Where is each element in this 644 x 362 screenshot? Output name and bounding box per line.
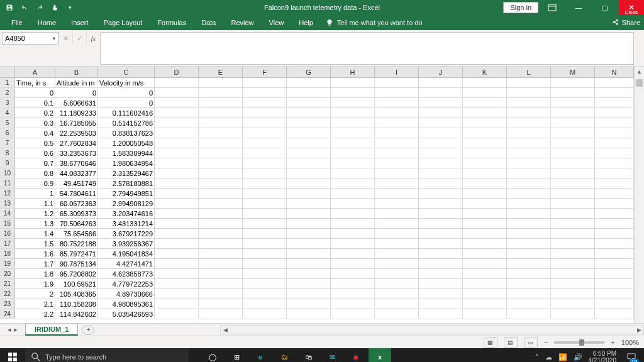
cell-C5[interactable]: 0.514152786 <box>98 118 155 128</box>
cell-F7[interactable] <box>243 138 287 148</box>
horizontal-scrollbar[interactable]: ◀ ▶ <box>220 326 644 334</box>
cell-K12[interactable] <box>463 189 507 198</box>
cell-J15[interactable] <box>419 219 463 228</box>
cell-B16[interactable]: 75.654566 <box>55 229 98 238</box>
cell-M13[interactable] <box>551 199 595 208</box>
cell-M2[interactable] <box>551 88 595 97</box>
cell-L22[interactable] <box>507 289 551 299</box>
cell-D23[interactable] <box>155 299 199 309</box>
cell-K4[interactable] <box>463 108 507 118</box>
chrome-icon[interactable]: ◉ <box>345 348 367 362</box>
cell-M14[interactable] <box>551 209 595 218</box>
cell-H21[interactable] <box>331 279 375 288</box>
cell-M20[interactable] <box>551 269 595 278</box>
cell-K24[interactable] <box>463 309 507 319</box>
cell-L7[interactable] <box>507 138 551 148</box>
cell-I24[interactable] <box>375 309 419 319</box>
cell-D18[interactable] <box>155 249 199 258</box>
cell-A4[interactable]: 0.2 <box>15 108 55 118</box>
cell-M5[interactable] <box>551 118 595 128</box>
cell-I19[interactable] <box>375 259 419 268</box>
cell-L19[interactable] <box>507 259 551 268</box>
cell-I13[interactable] <box>375 199 419 208</box>
ribbon-tab-home[interactable]: Home <box>30 16 64 29</box>
cell-M8[interactable] <box>551 148 595 158</box>
cell-N9[interactable] <box>595 158 634 168</box>
cell-J9[interactable] <box>419 158 463 168</box>
cell-K7[interactable] <box>463 138 507 148</box>
cell-M4[interactable] <box>551 108 595 118</box>
cell-I17[interactable] <box>375 239 419 248</box>
cell-N19[interactable] <box>595 259 634 268</box>
cell-B5[interactable]: 16.7185055 <box>55 118 98 128</box>
cell-M23[interactable] <box>551 299 595 309</box>
cell-N22[interactable] <box>595 289 634 299</box>
cell-M18[interactable] <box>551 249 595 258</box>
cell-F10[interactable] <box>243 168 287 178</box>
cell-I7[interactable] <box>375 138 419 148</box>
cell-A11[interactable]: 0.9 <box>15 178 55 188</box>
row-header-17[interactable]: 17 <box>0 239 15 248</box>
cell-C23[interactable]: 4.980895361 <box>98 299 155 309</box>
column-header-N[interactable]: N <box>595 67 634 77</box>
cell-I2[interactable] <box>375 88 419 97</box>
cell-A24[interactable]: 2.2 <box>15 309 55 319</box>
cell-C13[interactable]: 2.994908129 <box>98 199 155 208</box>
cell-C15[interactable]: 3.431331214 <box>98 219 155 228</box>
cell-D1[interactable] <box>155 78 199 87</box>
cell-F17[interactable] <box>243 239 287 248</box>
cell-F6[interactable] <box>243 128 287 138</box>
cell-G18[interactable] <box>287 249 331 258</box>
taskbar-search[interactable]: Type here to search <box>25 348 189 362</box>
cell-D8[interactable] <box>155 148 199 158</box>
cell-I10[interactable] <box>375 168 419 178</box>
cell-K13[interactable] <box>463 199 507 208</box>
column-header-A[interactable]: A <box>15 67 55 77</box>
column-header-B[interactable]: B <box>55 67 98 77</box>
cell-K10[interactable] <box>463 168 507 178</box>
cell-J18[interactable] <box>419 249 463 258</box>
formula-input[interactable] <box>100 32 634 65</box>
cell-C16[interactable]: 3.679217229 <box>98 229 155 238</box>
cell-K16[interactable] <box>463 229 507 238</box>
cell-A6[interactable]: 0.4 <box>15 128 55 138</box>
cell-B18[interactable]: 85.7972471 <box>55 249 98 258</box>
cell-I23[interactable] <box>375 299 419 309</box>
cell-N1[interactable] <box>595 78 634 87</box>
close-button[interactable]: ✕Close <box>619 0 644 15</box>
cell-K21[interactable] <box>463 279 507 288</box>
start-button[interactable] <box>0 353 25 361</box>
cell-A1[interactable]: Time, in s <box>15 78 55 87</box>
cell-E20[interactable] <box>199 269 243 278</box>
cell-J14[interactable] <box>419 209 463 218</box>
cell-J13[interactable] <box>419 199 463 208</box>
cell-H23[interactable] <box>331 299 375 309</box>
cell-N11[interactable] <box>595 178 634 188</box>
cell-N8[interactable] <box>595 148 634 158</box>
cell-I5[interactable] <box>375 118 419 128</box>
cell-G7[interactable] <box>287 138 331 148</box>
cell-F24[interactable] <box>243 309 287 319</box>
cell-B1[interactable]: Altitude in m <box>55 78 98 87</box>
row-header-5[interactable]: 5 <box>0 118 15 128</box>
cell-H7[interactable] <box>331 138 375 148</box>
cell-B2[interactable]: 0 <box>55 88 98 97</box>
cell-E12[interactable] <box>199 189 243 198</box>
row-header-16[interactable]: 16 <box>0 229 15 238</box>
page-break-view-icon[interactable]: ▭ <box>524 337 538 348</box>
cell-D19[interactable] <box>155 259 199 268</box>
column-header-K[interactable]: K <box>463 67 507 77</box>
cell-L12[interactable] <box>507 189 551 198</box>
cell-G23[interactable] <box>287 299 331 309</box>
cell-I14[interactable] <box>375 209 419 218</box>
cell-F8[interactable] <box>243 148 287 158</box>
cell-D3[interactable] <box>155 98 199 107</box>
enter-edit-icon[interactable]: ✓ <box>72 32 86 45</box>
scroll-right-icon[interactable]: ▶ <box>635 326 643 334</box>
cell-G5[interactable] <box>287 118 331 128</box>
microsoft-store-icon[interactable]: 🛍 <box>297 348 319 362</box>
cell-M6[interactable] <box>551 128 595 138</box>
tell-me-search[interactable]: Tell me what you want to do <box>326 19 423 26</box>
cell-C7[interactable]: 1.200050548 <box>98 138 155 148</box>
cell-N24[interactable] <box>595 309 634 319</box>
